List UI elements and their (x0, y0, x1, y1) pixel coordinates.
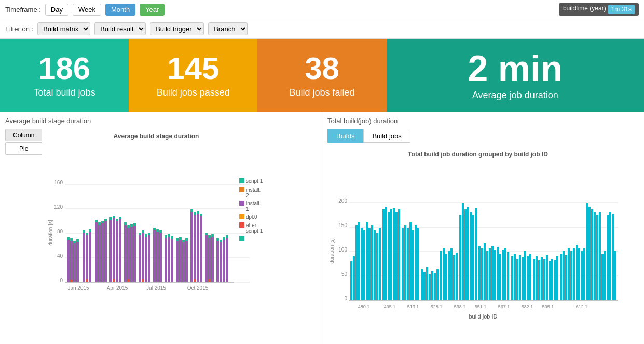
svg-rect-91 (211, 234, 214, 237)
svg-rect-80 (194, 215, 196, 282)
top-bar: Timeframe : Day Week Month Year buildtim… (0, 0, 644, 19)
svg-rect-146 (371, 225, 373, 300)
svg-rect-168 (431, 271, 433, 300)
bar-chart-svg: Average build stage duration 0 40 80 120… (47, 129, 265, 316)
svg-rect-45 (127, 225, 130, 228)
svg-rect-195 (504, 248, 506, 300)
svg-rect-114 (239, 187, 244, 192)
svg-rect-13 (67, 237, 70, 240)
svg-rect-171 (440, 251, 442, 300)
svg-rect-193 (499, 254, 501, 300)
svg-rect-203 (527, 256, 529, 300)
svg-rect-189 (489, 248, 491, 300)
branch-select[interactable]: Branch (208, 22, 248, 35)
svg-rect-222 (578, 248, 580, 300)
svg-rect-151 (385, 207, 387, 300)
svg-text:582.1: 582.1 (522, 304, 533, 309)
svg-rect-18 (76, 242, 79, 282)
svg-rect-158 (404, 225, 406, 300)
svg-rect-235 (612, 214, 614, 300)
svg-text:120: 120 (54, 204, 63, 210)
svg-text:Oct 2015: Oct 2015 (187, 285, 209, 291)
build-matrix-select[interactable]: Build matrix (37, 22, 90, 35)
svg-rect-65 (165, 235, 167, 238)
buildtime-badge: buildtime (year) 1m 31s (559, 3, 639, 16)
charts-row: Average build stage duration Column Pie … (0, 112, 644, 344)
bar-chart-container: Average build stage duration 0 40 80 120… (47, 129, 317, 317)
svg-rect-155 (395, 212, 398, 300)
svg-rect-71 (176, 238, 179, 241)
svg-rect-38 (116, 221, 118, 282)
svg-rect-162 (415, 225, 417, 300)
buildtime-value: 1m 31s (608, 5, 635, 14)
svg-rect-161 (412, 230, 414, 300)
day-button[interactable]: Day (45, 4, 68, 16)
build-jobs-passed-card: 145 Build jobs passed (129, 39, 257, 112)
svg-rect-229 (596, 215, 598, 300)
svg-rect-227 (591, 209, 593, 300)
svg-rect-89 (208, 235, 211, 238)
svg-rect-57 (148, 233, 150, 235)
svg-text:Apr 2015: Apr 2015 (107, 285, 128, 291)
svg-text:513.1: 513.1 (407, 304, 419, 309)
build-jobs-tab[interactable]: Build jobs (363, 129, 410, 143)
svg-rect-182 (470, 212, 472, 300)
svg-rect-218 (568, 248, 570, 300)
svg-rect-217 (565, 255, 567, 300)
svg-rect-145 (368, 228, 371, 300)
svg-rect-97 (223, 237, 225, 240)
svg-rect-153 (390, 209, 392, 300)
svg-rect-191 (494, 250, 496, 300)
svg-text:2: 2 (246, 193, 249, 199)
svg-text:480.1: 480.1 (358, 304, 370, 309)
svg-rect-209 (543, 259, 545, 300)
svg-rect-36 (113, 218, 115, 282)
avg-duration-card: 2 min Average job duration (387, 39, 644, 112)
left-chart-content: Column Pie Average build stage duration … (5, 129, 317, 317)
svg-rect-84 (200, 216, 202, 282)
month-button[interactable]: Month (105, 4, 135, 16)
svg-rect-213 (554, 260, 556, 300)
build-trigger-select[interactable]: Build trigger (150, 22, 204, 35)
svg-rect-216 (563, 251, 565, 300)
svg-rect-163 (417, 228, 419, 300)
svg-rect-221 (576, 245, 578, 300)
svg-rect-122 (239, 222, 244, 228)
svg-rect-50 (139, 235, 141, 282)
svg-rect-186 (481, 248, 483, 300)
year-button[interactable]: Year (140, 4, 165, 16)
svg-rect-164 (421, 269, 423, 300)
svg-rect-55 (145, 234, 147, 237)
week-button[interactable]: Week (73, 4, 101, 16)
pie-view-button[interactable]: Pie (5, 142, 42, 155)
right-chart-tabs: Builds Build jobs (327, 129, 639, 143)
svg-text:567.1: 567.1 (498, 304, 510, 309)
svg-text:Average build stage duration: Average build stage duration (114, 133, 199, 140)
svg-rect-99 (226, 235, 228, 238)
svg-rect-49 (133, 223, 136, 226)
svg-rect-210 (546, 255, 548, 300)
svg-rect-188 (486, 251, 488, 300)
svg-rect-35 (109, 217, 112, 220)
svg-rect-12 (67, 240, 70, 282)
svg-rect-179 (462, 203, 464, 300)
svg-text:495.1: 495.1 (384, 304, 396, 309)
svg-text:40: 40 (57, 253, 63, 259)
svg-rect-231 (601, 254, 604, 300)
build-jobs-failed-value: 38 (305, 53, 339, 84)
column-view-button[interactable]: Column (5, 129, 42, 141)
svg-rect-177 (456, 253, 458, 300)
total-build-jobs-label: Total build jobs (34, 87, 95, 98)
svg-rect-208 (541, 257, 543, 300)
svg-rect-159 (407, 228, 409, 300)
svg-rect-204 (529, 254, 531, 300)
build-jobs-failed-label: Build jobs failed (289, 87, 354, 98)
builds-tab[interactable]: Builds (327, 129, 363, 143)
svg-rect-212 (551, 259, 553, 300)
svg-rect-202 (524, 251, 526, 300)
svg-rect-170 (436, 269, 439, 300)
svg-rect-58 (153, 230, 156, 282)
build-result-select[interactable]: Build result (94, 22, 146, 35)
svg-rect-33 (104, 219, 107, 221)
svg-rect-214 (556, 256, 558, 300)
